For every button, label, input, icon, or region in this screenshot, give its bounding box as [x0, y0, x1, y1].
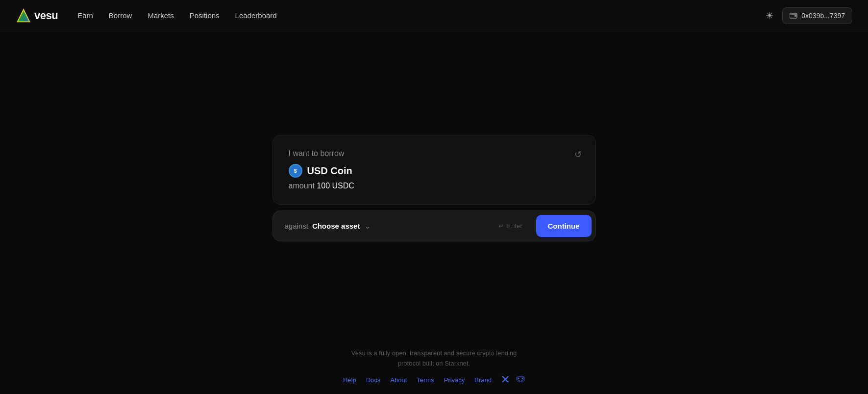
footer-terms-link[interactable]: Terms — [417, 376, 434, 384]
sun-icon: ☀ — [766, 10, 773, 21]
footer-brand-link[interactable]: Brand — [474, 376, 492, 384]
footer-links: Help Docs About Terms Privacy Brand — [10, 376, 858, 384]
against-label: against — [285, 222, 308, 230]
reset-icon: ↺ — [574, 149, 582, 160]
borrow-asset-row: $ USD Coin — [289, 164, 580, 178]
amount-row: amount 100 USDC — [289, 182, 580, 190]
enter-hint: ↵ Enter — [489, 222, 532, 230]
navbar-left: vesu Earn Borrow Markets Positions Leade… — [16, 8, 277, 24]
logo-text: vesu — [34, 9, 58, 22]
enter-label: Enter — [507, 222, 522, 230]
wallet-address: 0x039b...7397 — [801, 12, 845, 20]
footer-help-link[interactable]: Help — [343, 376, 356, 384]
borrow-header-text: I want to borrow — [289, 149, 580, 158]
footer-privacy-link[interactable]: Privacy — [444, 376, 465, 384]
footer-social — [501, 376, 525, 384]
theme-toggle-button[interactable]: ☀ — [763, 7, 776, 24]
chevron-down-icon: ⌄ — [365, 222, 371, 230]
reset-button[interactable]: ↺ — [572, 147, 584, 162]
footer: Vesu is a fully open, transparent and se… — [0, 334, 868, 394]
amount-label: amount — [289, 182, 315, 190]
usdc-icon: $ — [289, 164, 302, 178]
nav-borrow[interactable]: Borrow — [109, 11, 132, 20]
continue-button[interactable]: Continue — [536, 215, 592, 237]
amount-value: 100 USDC — [317, 182, 354, 190]
logo-icon — [16, 8, 31, 24]
enter-arrow-icon: ↵ — [498, 222, 504, 230]
svg-marker-1 — [18, 10, 29, 22]
navbar: vesu Earn Borrow Markets Positions Leade… — [0, 0, 868, 31]
borrow-summary-card: ↺ I want to borrow $ USD Coin amount 100… — [273, 135, 596, 205]
wallet-button[interactable]: 0x039b...7397 — [782, 7, 852, 24]
logo[interactable]: vesu — [16, 8, 58, 24]
footer-docs-link[interactable]: Docs — [366, 376, 381, 384]
collateral-selector[interactable]: against Choose asset ⌄ — [273, 212, 489, 240]
wallet-icon — [790, 13, 797, 19]
nav-links: Earn Borrow Markets Positions Leaderboar… — [77, 11, 277, 20]
twitter-icon[interactable] — [501, 376, 509, 384]
nav-positions[interactable]: Positions — [190, 11, 220, 20]
usdc-symbol: $ — [294, 168, 297, 174]
nav-earn[interactable]: Earn — [77, 11, 93, 20]
discord-icon[interactable] — [516, 376, 525, 384]
nav-markets[interactable]: Markets — [148, 11, 174, 20]
nav-leaderboard[interactable]: Leaderboard — [235, 11, 277, 20]
footer-about-link[interactable]: About — [390, 376, 407, 384]
asset-name: USD Coin — [307, 165, 352, 177]
navbar-right: ☀ 0x039b...7397 — [763, 7, 852, 24]
main-content: ↺ I want to borrow $ USD Coin amount 100… — [0, 31, 868, 325]
choose-asset-text: Choose asset — [312, 222, 360, 230]
footer-description: Vesu is a fully open, transparent and se… — [10, 348, 858, 369]
collateral-card: against Choose asset ⌄ ↵ Enter Continue — [273, 210, 596, 241]
